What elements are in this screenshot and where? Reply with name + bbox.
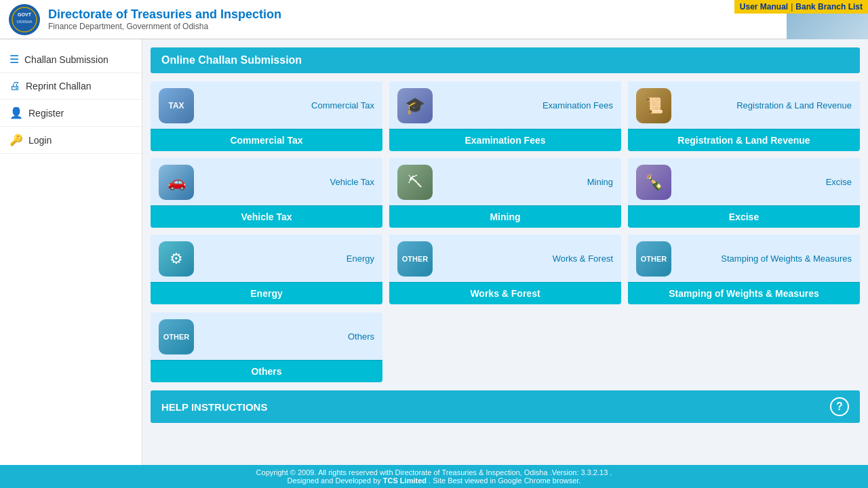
key-icon: 🔑 — [9, 134, 23, 146]
examination-top-label: Examination Fees — [542, 100, 613, 110]
sidebar-item-reprint-challan[interactable]: 🖨 Reprint Challan — [0, 73, 142, 100]
commercial-tax-top-label: Commercial Tax — [311, 100, 374, 110]
sidebar-item-login[interactable]: 🔑 Login — [0, 127, 142, 154]
layout: ☰ Challan Submission 🖨 Reprint Challan 👤… — [0, 39, 868, 465]
tile-top-vehicle: 🚗 Vehicle Tax — [151, 158, 382, 205]
svg-text:GOVT: GOVT — [18, 12, 32, 17]
person-icon: 👤 — [9, 106, 23, 119]
bottom-tile-row: OTHER Others Others — [151, 312, 860, 382]
works-forest-icon: OTHER — [397, 241, 433, 277]
footer: Copyright © 2009. All rights reserved wi… — [0, 465, 868, 488]
sidebar-label-login: Login — [28, 135, 52, 146]
tile-grid: TAX Commercial Tax Commercial Tax 🎓 Exam… — [151, 81, 860, 304]
stamping-icon: OTHER — [636, 241, 671, 277]
link-separator: | — [791, 2, 793, 12]
tile-top-excise: 🍾 Excise — [628, 158, 860, 205]
page-title: Online Challan Submission — [151, 47, 860, 73]
help-icon: ? — [830, 397, 849, 416]
print-icon: 🖨 — [9, 80, 20, 92]
vehicle-icon: 🚗 — [159, 165, 194, 200]
works-top-label: Works & Forest — [553, 253, 613, 264]
tile-examination-fees[interactable]: 🎓 Examination Fees Examination Fees — [389, 81, 621, 151]
sidebar-label-challan: Challan Submission — [24, 54, 108, 65]
others-button[interactable]: Others — [151, 360, 382, 382]
registration-land-button[interactable]: Registration & Land Revenue — [628, 129, 860, 151]
tile-registration-land[interactable]: 📜 Registration & Land Revenue Registrati… — [628, 81, 860, 151]
others-icon: OTHER — [159, 319, 194, 354]
help-label: HELP INSTRUCTIONS — [161, 401, 267, 413]
tile-top-others: OTHER Others — [151, 312, 382, 360]
help-bar[interactable]: HELP INSTRUCTIONS ? — [151, 390, 860, 423]
energy-button[interactable]: Energy — [151, 282, 382, 304]
others-top-label: Others — [348, 331, 374, 342]
excise-icon: 🍾 — [636, 165, 671, 200]
stamping-button[interactable]: Stamping of Weights & Measures — [628, 282, 860, 304]
commercial-tax-icon: TAX — [159, 88, 194, 123]
mining-top-label: Mining — [587, 177, 613, 187]
logo: GOVT ODISHA — [5, 1, 43, 38]
header-text: Directorate of Treasuries and Inspection… — [48, 7, 787, 31]
svg-text:ODISHA: ODISHA — [16, 20, 32, 24]
sidebar: ☰ Challan Submission 🖨 Reprint Challan 👤… — [0, 39, 142, 465]
tile-top-commercial: TAX Commercial Tax — [151, 81, 382, 129]
examination-icon: 🎓 — [397, 88, 433, 123]
sidebar-label-register: Register — [28, 108, 64, 119]
tile-top-works: OTHER Works & Forest — [389, 235, 621, 282]
header: GOVT ODISHA Directorate of Treasuries an… — [0, 0, 868, 39]
tile-mining[interactable]: ⛏ Mining Mining — [389, 158, 621, 228]
mining-button[interactable]: Mining — [389, 205, 621, 228]
tile-commercial-tax[interactable]: TAX Commercial Tax Commercial Tax — [151, 81, 382, 151]
tile-top-stamping: OTHER Stamping of Weights & Measures — [628, 235, 860, 282]
sidebar-label-reprint: Reprint Challan — [26, 81, 92, 92]
tile-top-mining: ⛏ Mining — [389, 158, 621, 205]
empty-placeholder-1 — [389, 312, 621, 382]
vehicle-top-label: Vehicle Tax — [330, 177, 374, 187]
sidebar-item-challan-submission[interactable]: ☰ Challan Submission — [0, 46, 142, 73]
works-forest-button[interactable]: Works & Forest — [389, 282, 621, 304]
tile-others[interactable]: OTHER Others Others — [151, 312, 382, 382]
user-manual-link[interactable]: User Manual — [740, 2, 788, 12]
footer-designed: Designed and Developed by TCS Limited . … — [288, 476, 581, 485]
sidebar-item-register[interactable]: 👤 Register — [0, 100, 142, 127]
footer-copyright: Copyright © 2009. All rights reserved wi… — [256, 468, 612, 476]
tile-works-forest[interactable]: OTHER Works & Forest Works & Forest — [389, 235, 621, 304]
tile-vehicle-tax[interactable]: 🚗 Vehicle Tax Vehicle Tax — [151, 158, 382, 228]
examination-fees-button[interactable]: Examination Fees — [389, 129, 621, 151]
header-subtitle: Finance Department, Government of Odisha — [48, 22, 787, 31]
registration-top-label: Registration & Land Revenue — [736, 100, 852, 110]
registration-icon: 📜 — [636, 88, 671, 123]
list-icon: ☰ — [9, 53, 19, 66]
bank-branch-link[interactable]: Bank Branch List — [795, 2, 863, 12]
tile-energy[interactable]: ⚙ Energy Energy — [151, 235, 382, 304]
header-links: User Manual | Bank Branch List — [734, 0, 868, 14]
tile-excise[interactable]: 🍾 Excise Excise — [628, 158, 860, 228]
empty-placeholder-2 — [628, 312, 860, 382]
vehicle-tax-button[interactable]: Vehicle Tax — [151, 205, 382, 228]
header-title: Directorate of Treasuries and Inspection — [48, 7, 787, 22]
tile-top-energy: ⚙ Energy — [151, 235, 382, 282]
tile-top-examination: 🎓 Examination Fees — [389, 81, 621, 129]
excise-top-label: Excise — [826, 177, 852, 187]
energy-icon: ⚙ — [159, 241, 194, 277]
tile-top-registration: 📜 Registration & Land Revenue — [628, 81, 860, 129]
stamping-top-label: Stamping of Weights & Measures — [721, 253, 852, 264]
main-content: Online Challan Submission TAX Commercial… — [142, 39, 868, 465]
commercial-tax-button[interactable]: Commercial Tax — [151, 129, 382, 151]
energy-top-label: Energy — [347, 253, 374, 264]
tile-stamping[interactable]: OTHER Stamping of Weights & Measures Sta… — [628, 235, 860, 304]
excise-button[interactable]: Excise — [628, 205, 860, 228]
mining-icon: ⛏ — [397, 165, 433, 200]
